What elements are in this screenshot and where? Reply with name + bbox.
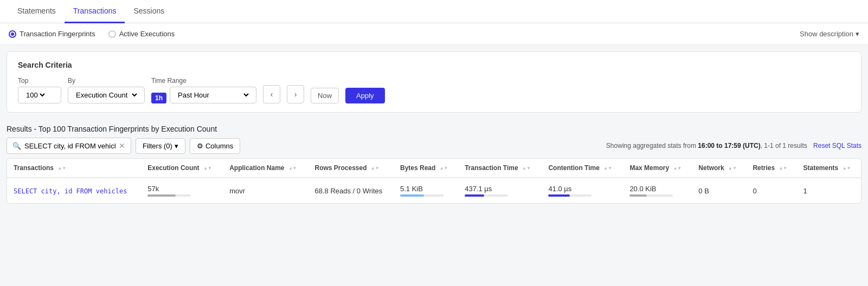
radio-transaction-fingerprints[interactable]: Transaction Fingerprints: [9, 30, 95, 38]
sort-icon-txn-time: ▲▼: [522, 166, 531, 171]
sort-icon-retries: ▲▼: [779, 166, 787, 171]
now-button[interactable]: Now: [311, 88, 339, 103]
toolbar: 🔍 ✕ Filters (0) ▾ ⚙ Columns Showing aggr…: [7, 138, 861, 154]
col-rows-processed-label: Rows Processed: [314, 164, 367, 172]
max-memory-bar-fill: [629, 194, 647, 197]
table-body: SELECT city, id FROM vehicles 57k movr: [7, 178, 861, 203]
show-description-label: Show description: [800, 30, 853, 38]
search-criteria-title: Search Criteria: [18, 61, 850, 69]
cell-execution-count: 57k: [141, 178, 223, 203]
col-network[interactable]: Network ▲▼: [692, 159, 746, 178]
results-title: Results - Top 100 Transaction Fingerprin…: [7, 119, 861, 138]
transaction-link[interactable]: SELECT city, id FROM vehicles: [14, 187, 127, 195]
results-table: Transactions ▲▼ Execution Count ▲▼ Appli…: [7, 159, 861, 203]
bytes-read-bar-fill: [400, 194, 424, 197]
search-criteria-row: Top 100 50 25 By Execution Count Content…: [18, 77, 850, 103]
reset-sql-stats-link[interactable]: Reset SQL Stats: [813, 142, 861, 150]
col-app-name-label: Application Name: [229, 164, 284, 172]
retries-value: 0: [753, 187, 756, 195]
clear-search-icon[interactable]: ✕: [119, 141, 125, 150]
col-rows-processed[interactable]: Rows Processed ▲▼: [308, 159, 394, 178]
top-field: Top 100 50 25: [18, 77, 61, 103]
sort-icon-app-name: ▲▼: [288, 166, 297, 171]
time-select-wrap[interactable]: Past Hour Past 6 Hours Past Day Past Wee…: [170, 87, 256, 103]
columns-button[interactable]: ⚙ Columns: [190, 138, 240, 154]
app-name-value: movr: [229, 187, 245, 195]
col-txn-time-label: Transaction Time: [465, 164, 518, 172]
col-bytes-read[interactable]: Bytes Read ▲▼: [394, 159, 458, 178]
col-app-name[interactable]: Application Name ▲▼: [223, 159, 308, 178]
radio-label-fingerprints: Transaction Fingerprints: [20, 30, 95, 38]
sort-icon-network: ▲▼: [728, 166, 737, 171]
execution-count-bar-fill: [147, 194, 176, 197]
sort-icon-contention-time: ▲▼: [603, 166, 612, 171]
time-range-label: Time Range: [151, 77, 256, 84]
execution-count-cell: 57k: [147, 185, 216, 197]
stats-count: , 1-1 of 1 results: [761, 142, 807, 150]
col-txn-time[interactable]: Transaction Time ▲▼: [458, 159, 542, 178]
radio-circle-fingerprints: [9, 30, 16, 38]
filters-button[interactable]: Filters (0) ▾: [136, 138, 185, 154]
results-section: Results - Top 100 Transaction Fingerprin…: [7, 119, 861, 204]
bytes-read-cell: 5.1 KiB: [400, 185, 452, 197]
max-memory-value: 20.0 KiB: [629, 185, 685, 193]
tab-statements[interactable]: Statements: [9, 0, 65, 23]
bytes-read-bar-bg: [400, 194, 443, 197]
search-input[interactable]: [24, 142, 115, 150]
col-retries[interactable]: Retries ▲▼: [746, 159, 796, 178]
radio-active-executions[interactable]: Active Executions: [108, 30, 175, 38]
network-value: 0 B: [698, 187, 709, 195]
stats-info: Showing aggregated stats from 16:00 to 1…: [606, 142, 861, 150]
search-criteria-panel: Search Criteria Top 100 50 25 By Executi…: [7, 51, 861, 113]
contention-time-cell: 41.0 µs: [548, 185, 616, 197]
time-select-input[interactable]: Past Hour Past 6 Hours Past Day Past Wee…: [176, 90, 250, 100]
col-contention-time[interactable]: Contention Time ▲▼: [542, 159, 623, 178]
col-statements-label: Statements: [803, 164, 838, 172]
cell-txn-time: 437.1 µs: [458, 178, 542, 203]
cell-bytes-read: 5.1 KiB: [394, 178, 458, 203]
tab-sessions[interactable]: Sessions: [125, 0, 173, 23]
by-label: By: [68, 77, 145, 84]
col-transactions[interactable]: Transactions ▲▼: [7, 159, 141, 178]
col-transactions-label: Transactions: [14, 164, 54, 172]
cell-contention-time: 41.0 µs: [542, 178, 623, 203]
col-execution-count-label: Execution Count: [147, 164, 199, 172]
top-select-input[interactable]: 100 50 25: [24, 90, 47, 100]
col-max-memory[interactable]: Max Memory ▲▼: [623, 159, 692, 178]
stats-range: 16:00 to 17:59 (UTC): [698, 142, 760, 150]
cell-app-name: movr: [223, 178, 308, 203]
top-nav: Statements Transactions Sessions: [0, 0, 868, 23]
bytes-read-value: 5.1 KiB: [400, 185, 452, 193]
prev-time-button[interactable]: ‹: [263, 85, 280, 103]
cell-network: 0 B: [692, 178, 746, 203]
show-description-toggle[interactable]: Show description ▾: [800, 30, 859, 38]
sort-icon-rows-processed: ▲▼: [371, 166, 380, 171]
time-range-group: 1h Past Hour Past 6 Hours Past Day Past …: [151, 87, 256, 103]
contention-time-value: 41.0 µs: [548, 185, 616, 193]
execution-count-bar-bg: [147, 194, 191, 197]
gear-icon: ⚙: [197, 142, 203, 150]
time-range-field: Time Range 1h Past Hour Past 6 Hours Pas…: [151, 77, 256, 103]
next-time-button[interactable]: ›: [287, 85, 304, 103]
by-select-input[interactable]: Execution Count Contention Time Transact…: [74, 90, 139, 100]
radio-circle-executions: [108, 30, 116, 38]
col-statements[interactable]: Statements ▲▼: [796, 159, 861, 178]
chevron-down-icon: ▾: [175, 142, 178, 150]
tab-transactions[interactable]: Transactions: [65, 0, 125, 23]
statements-value: 1: [803, 187, 807, 195]
search-icon: 🔍: [12, 142, 21, 150]
col-bytes-read-label: Bytes Read: [400, 164, 435, 172]
rows-processed-value: 68.8 Reads / 0 Writes: [314, 187, 382, 195]
top-select[interactable]: 100 50 25: [18, 87, 61, 103]
columns-label: Columns: [205, 142, 233, 150]
chevron-down-icon: ▾: [856, 30, 859, 38]
contention-time-bar-fill: [548, 194, 570, 197]
col-execution-count[interactable]: Execution Count ▲▼: [141, 159, 223, 178]
search-box[interactable]: 🔍 ✕: [7, 138, 131, 154]
by-select[interactable]: Execution Count Contention Time Transact…: [68, 87, 145, 103]
cell-max-memory: 20.0 KiB: [623, 178, 692, 203]
time-badge: 1h: [151, 93, 166, 103]
col-max-memory-label: Max Memory: [629, 164, 669, 172]
table-row: SELECT city, id FROM vehicles 57k movr: [7, 178, 861, 203]
apply-button[interactable]: Apply: [345, 88, 385, 103]
